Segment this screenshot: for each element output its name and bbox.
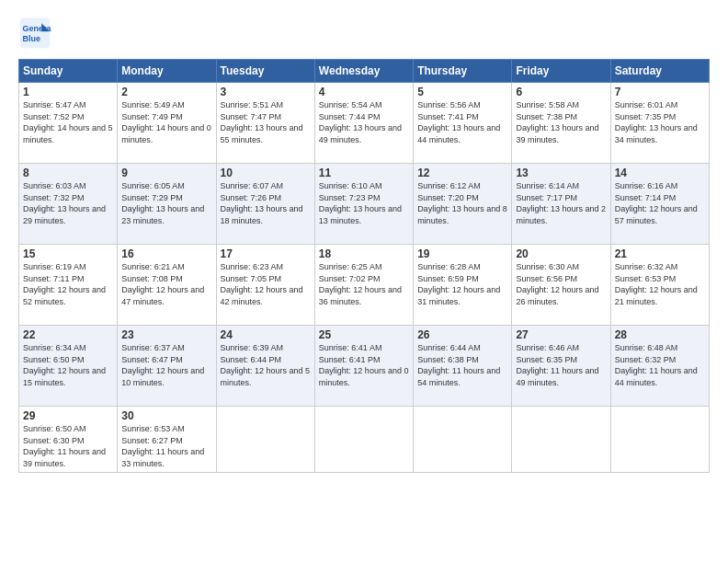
calendar-day-cell: 17Sunrise: 6:23 AMSunset: 7:05 PMDayligh… — [216, 245, 314, 326]
day-number: 4 — [319, 86, 409, 98]
calendar-day-cell: 3Sunrise: 5:51 AMSunset: 7:47 PMDaylight… — [216, 83, 314, 164]
calendar-day-cell: 22Sunrise: 6:34 AMSunset: 6:50 PMDayligh… — [19, 326, 118, 407]
calendar-day-cell: 1Sunrise: 5:47 AMSunset: 7:52 PMDaylight… — [19, 83, 118, 164]
calendar-day-cell: 5Sunrise: 5:56 AMSunset: 7:41 PMDaylight… — [414, 83, 512, 164]
logo: General Blue — [18, 17, 51, 50]
day-info: Sunrise: 6:05 AMSunset: 7:29 PMDaylight:… — [121, 180, 211, 226]
svg-text:General: General — [23, 24, 52, 33]
page: General Blue SundayMondayTuesdayWednesda… — [0, 0, 728, 563]
day-info: Sunrise: 6:16 AMSunset: 7:14 PMDaylight:… — [615, 180, 705, 226]
day-info: Sunrise: 6:44 AMSunset: 6:38 PMDaylight:… — [417, 342, 507, 388]
calendar-day-cell: 20Sunrise: 6:30 AMSunset: 6:56 PMDayligh… — [512, 245, 610, 326]
day-info: Sunrise: 6:28 AMSunset: 6:59 PMDaylight:… — [417, 261, 507, 307]
day-number: 15 — [23, 247, 113, 260]
calendar-day-cell: 10Sunrise: 6:07 AMSunset: 7:26 PMDayligh… — [216, 164, 314, 245]
calendar-day-cell: 8Sunrise: 6:03 AMSunset: 7:32 PMDaylight… — [19, 164, 118, 245]
day-info: Sunrise: 6:03 AMSunset: 7:32 PMDaylight:… — [23, 180, 113, 226]
day-info: Sunrise: 6:32 AMSunset: 6:53 PMDaylight:… — [615, 261, 705, 307]
day-info: Sunrise: 6:21 AMSunset: 7:08 PMDaylight:… — [121, 261, 211, 307]
calendar-week-row: 1Sunrise: 5:47 AMSunset: 7:52 PMDaylight… — [19, 83, 710, 164]
calendar-day-cell: 27Sunrise: 6:46 AMSunset: 6:35 PMDayligh… — [512, 326, 610, 407]
day-info: Sunrise: 6:48 AMSunset: 6:32 PMDaylight:… — [615, 342, 705, 388]
calendar-day-cell: 12Sunrise: 6:12 AMSunset: 7:20 PMDayligh… — [414, 164, 512, 245]
weekday-header: Friday — [512, 60, 610, 83]
day-number: 21 — [615, 247, 705, 260]
svg-text:Blue: Blue — [23, 34, 41, 43]
calendar-day-cell: 29Sunrise: 6:50 AMSunset: 6:30 PMDayligh… — [19, 407, 118, 473]
calendar-day-cell: 14Sunrise: 6:16 AMSunset: 7:14 PMDayligh… — [610, 164, 709, 245]
calendar-day-cell: 24Sunrise: 6:39 AMSunset: 6:44 PMDayligh… — [216, 326, 314, 407]
day-info: Sunrise: 6:37 AMSunset: 6:47 PMDaylight:… — [121, 342, 211, 388]
calendar-day-cell: 23Sunrise: 6:37 AMSunset: 6:47 PMDayligh… — [118, 326, 216, 407]
logo-icon: General Blue — [18, 17, 51, 50]
calendar-day-cell: 6Sunrise: 5:58 AMSunset: 7:38 PMDaylight… — [512, 83, 610, 164]
day-info: Sunrise: 6:39 AMSunset: 6:44 PMDaylight:… — [221, 342, 311, 388]
calendar-day-cell: 18Sunrise: 6:25 AMSunset: 7:02 PMDayligh… — [314, 245, 413, 326]
day-number: 29 — [23, 409, 113, 422]
calendar-day-cell: 4Sunrise: 5:54 AMSunset: 7:44 PMDaylight… — [314, 83, 413, 164]
calendar-day-cell: 9Sunrise: 6:05 AMSunset: 7:29 PMDaylight… — [118, 164, 216, 245]
day-info: Sunrise: 6:19 AMSunset: 7:11 PMDaylight:… — [23, 261, 113, 307]
day-info: Sunrise: 5:56 AMSunset: 7:41 PMDaylight:… — [417, 99, 507, 145]
day-number: 27 — [516, 328, 606, 341]
day-number: 7 — [615, 86, 705, 98]
calendar-day-cell: 2Sunrise: 5:49 AMSunset: 7:49 PMDaylight… — [118, 83, 216, 164]
calendar-day-cell: 7Sunrise: 6:01 AMSunset: 7:35 PMDaylight… — [610, 83, 709, 164]
day-info: Sunrise: 6:07 AMSunset: 7:26 PMDaylight:… — [221, 180, 311, 226]
day-number: 13 — [516, 167, 606, 179]
day-info: Sunrise: 6:12 AMSunset: 7:20 PMDaylight:… — [417, 180, 507, 226]
calendar-day-cell: 21Sunrise: 6:32 AMSunset: 6:53 PMDayligh… — [610, 245, 709, 326]
calendar-day-cell: 13Sunrise: 6:14 AMSunset: 7:17 PMDayligh… — [512, 164, 610, 245]
calendar-day-cell: 11Sunrise: 6:10 AMSunset: 7:23 PMDayligh… — [314, 164, 413, 245]
day-number: 14 — [615, 167, 705, 179]
day-info: Sunrise: 6:23 AMSunset: 7:05 PMDaylight:… — [221, 261, 311, 307]
day-info: Sunrise: 5:47 AMSunset: 7:52 PMDaylight:… — [23, 99, 113, 145]
weekday-header: Thursday — [414, 60, 512, 83]
calendar-day-cell — [512, 407, 610, 473]
day-number: 11 — [319, 167, 409, 179]
day-number: 2 — [121, 86, 211, 98]
day-number: 28 — [615, 328, 705, 341]
weekday-header: Saturday — [610, 60, 709, 83]
day-info: Sunrise: 5:51 AMSunset: 7:47 PMDaylight:… — [221, 99, 311, 145]
day-number: 12 — [417, 167, 507, 179]
day-number: 30 — [121, 409, 211, 422]
weekday-header: Sunday — [19, 60, 118, 83]
calendar-day-cell: 15Sunrise: 6:19 AMSunset: 7:11 PMDayligh… — [19, 245, 118, 326]
day-number: 1 — [23, 86, 113, 98]
day-number: 6 — [516, 86, 606, 98]
calendar-day-cell: 30Sunrise: 6:53 AMSunset: 6:27 PMDayligh… — [118, 407, 216, 473]
day-number: 10 — [221, 167, 311, 179]
calendar: SundayMondayTuesdayWednesdayThursdayFrid… — [18, 59, 710, 473]
calendar-day-cell: 16Sunrise: 6:21 AMSunset: 7:08 PMDayligh… — [118, 245, 216, 326]
day-number: 8 — [23, 167, 113, 179]
weekday-header: Monday — [118, 60, 216, 83]
day-info: Sunrise: 6:53 AMSunset: 6:27 PMDaylight:… — [121, 423, 211, 469]
calendar-week-row: 15Sunrise: 6:19 AMSunset: 7:11 PMDayligh… — [19, 245, 710, 326]
calendar-day-cell — [314, 407, 413, 473]
day-number: 19 — [417, 247, 507, 260]
calendar-day-cell — [414, 407, 512, 473]
day-number: 18 — [319, 247, 409, 260]
day-info: Sunrise: 6:01 AMSunset: 7:35 PMDaylight:… — [615, 99, 705, 145]
calendar-week-row: 22Sunrise: 6:34 AMSunset: 6:50 PMDayligh… — [19, 326, 710, 407]
day-info: Sunrise: 5:54 AMSunset: 7:44 PMDaylight:… — [319, 99, 409, 145]
day-number: 22 — [23, 328, 113, 341]
day-info: Sunrise: 6:10 AMSunset: 7:23 PMDaylight:… — [319, 180, 409, 226]
calendar-day-cell: 19Sunrise: 6:28 AMSunset: 6:59 PMDayligh… — [414, 245, 512, 326]
header: General Blue — [18, 17, 710, 50]
calendar-day-cell — [610, 407, 709, 473]
day-number: 25 — [319, 328, 409, 341]
day-number: 24 — [221, 328, 311, 341]
day-number: 16 — [121, 247, 211, 260]
calendar-week-row: 8Sunrise: 6:03 AMSunset: 7:32 PMDaylight… — [19, 164, 710, 245]
calendar-day-cell: 25Sunrise: 6:41 AMSunset: 6:41 PMDayligh… — [314, 326, 413, 407]
calendar-week-row: 29Sunrise: 6:50 AMSunset: 6:30 PMDayligh… — [19, 407, 710, 473]
calendar-day-cell — [216, 407, 314, 473]
day-info: Sunrise: 6:50 AMSunset: 6:30 PMDaylight:… — [23, 423, 113, 469]
day-info: Sunrise: 6:25 AMSunset: 7:02 PMDaylight:… — [319, 261, 409, 307]
day-info: Sunrise: 6:41 AMSunset: 6:41 PMDaylight:… — [319, 342, 409, 388]
day-number: 3 — [221, 86, 311, 98]
day-number: 5 — [417, 86, 507, 98]
day-number: 9 — [121, 167, 211, 179]
